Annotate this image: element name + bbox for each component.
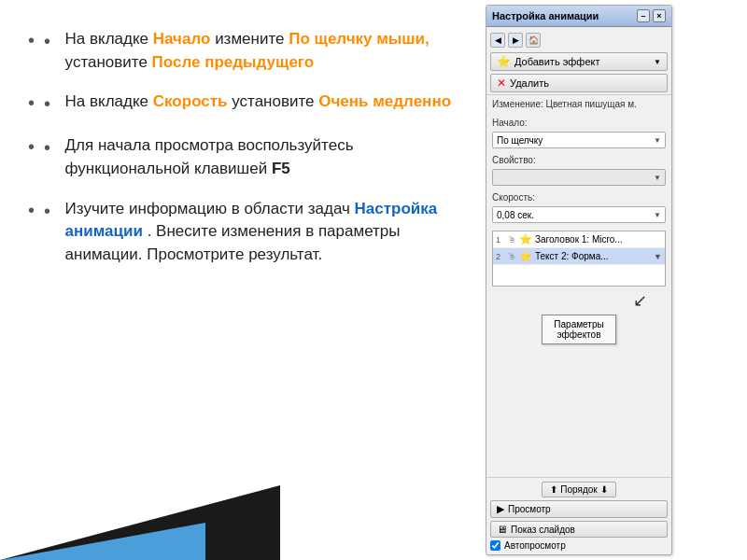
panel-toolbar: ◀ ▶ 🏠 ⭐ Добавить эффект ▼ ✕ Удалить	[486, 27, 671, 95]
order-up-icon: ⬆	[550, 484, 557, 495]
bullet-text-1: На вкладке Начало измените По щелчку мыш…	[65, 28, 458, 74]
mouse-icon: 🖱	[508, 252, 516, 261]
tooltip-area: ↙ Параметры эффектов	[492, 292, 666, 350]
anim-item-1[interactable]: 1 🖱 ⭐ Заголовок 1: Micro...	[493, 231, 665, 248]
bullet-marker: •	[44, 198, 56, 225]
anim-item-num: 2	[496, 252, 505, 261]
bullet-text-2: На вкладке Скорость установите Очень мед…	[65, 91, 451, 114]
add-effect-dropdown-icon: ▼	[654, 58, 661, 66]
autopreview-row: Автопросмотр	[490, 540, 668, 551]
bullet-text-3: Для начала просмотра воспользуйтесь функ…	[65, 134, 458, 180]
start-select[interactable]: По щелчку ▼	[492, 132, 666, 148]
minimize-button[interactable]: –	[637, 9, 650, 22]
anim-item-2[interactable]: 2 🖱 ⭐ Текст 2: Форма... ▼	[493, 248, 665, 265]
autopreview-checkbox[interactable]	[490, 540, 500, 551]
change-label: Изменение: Цветная пишущая м.	[492, 99, 666, 109]
nav-back-button[interactable]: ◀	[490, 33, 505, 48]
anim-item-text: Текст 2: Форма...	[535, 251, 651, 261]
list-item: • Для начала просмотра воспользуйтесь фу…	[28, 134, 458, 180]
panel-title-bar: Настройка анимации – ×	[486, 6, 671, 27]
add-effect-button[interactable]: ⭐ Добавить эффект ▼	[490, 52, 668, 71]
speed-label: Скорость:	[492, 192, 666, 203]
add-effect-icon: ⭐	[497, 55, 511, 68]
anim-item-num: 1	[496, 235, 505, 245]
animation-panel: Настройка анимации – × ◀ ▶ 🏠 ⭐ Добавить …	[486, 5, 672, 555]
delete-button[interactable]: ✕ Удалить	[490, 74, 668, 92]
property-select-arrow: ▼	[654, 174, 661, 182]
order-row: ⬆ Порядок ⬇	[490, 482, 668, 497]
animation-list: 1 🖱 ⭐ Заголовок 1: Micro... 2 🖱 ⭐ Текст …	[492, 231, 666, 287]
anim-effect-icon: ⭐	[519, 250, 532, 262]
slideshow-button[interactable]: 🖥 Показ слайдов	[490, 521, 668, 538]
tooltip-box: Параметры эффектов	[542, 315, 616, 344]
bullet-list: • На вкладке Начало измените По щелчку м…	[28, 28, 458, 283]
anim-effect-icon: ⭐	[519, 233, 532, 245]
panel-footer: ⬆ Порядок ⬇ ▶ Просмотр 🖥 Показ слайдов А…	[486, 477, 671, 554]
speed-select[interactable]: 0,08 сек. ▼	[492, 206, 666, 223]
delete-icon: ✕	[497, 77, 506, 90]
anim-item-arrow: ▼	[654, 252, 662, 261]
panel-title: Настройка анимации	[492, 10, 599, 21]
property-select[interactable]: ▼	[492, 169, 666, 186]
bottom-deco-blue	[0, 523, 205, 560]
speed-select-arrow: ▼	[654, 211, 661, 219]
left-panel: • На вкладке Начало измените По щелчку м…	[0, 0, 486, 560]
property-label: Свойство:	[492, 155, 666, 165]
close-button[interactable]: ×	[653, 9, 666, 22]
home-button[interactable]: 🏠	[526, 33, 541, 48]
bullet-text-4: Изучите информацию в области задач Настр…	[65, 198, 458, 267]
list-item: • На вкладке Начало измените По щелчку м…	[28, 28, 458, 74]
panel-controls: – ×	[637, 9, 666, 22]
order-down-icon: ⬇	[600, 484, 608, 495]
anim-item-text: Заголовок 1: Micro...	[535, 234, 662, 245]
bullet-marker: •	[44, 28, 56, 55]
nav-forward-button[interactable]: ▶	[508, 33, 523, 48]
list-item: • На вкладке Скорость установите Очень м…	[28, 91, 458, 118]
panel-body: Изменение: Цветная пишущая м. Начало: По…	[486, 95, 671, 477]
slideshow-icon: 🖥	[497, 524, 507, 535]
list-item: • Изучите информацию в области задач Нас…	[28, 198, 458, 267]
start-select-arrow: ▼	[654, 136, 661, 145]
start-label: Начало:	[492, 118, 666, 128]
bullet-marker: •	[44, 91, 56, 118]
preview-button[interactable]: ▶ Просмотр	[490, 500, 668, 518]
mouse-icon: 🖱	[508, 235, 516, 245]
arrow-down-indicator: ↙	[633, 292, 647, 309]
bullet-marker: •	[44, 134, 56, 161]
preview-icon: ▶	[497, 503, 504, 515]
order-button[interactable]: ⬆ Порядок ⬇	[542, 482, 615, 497]
